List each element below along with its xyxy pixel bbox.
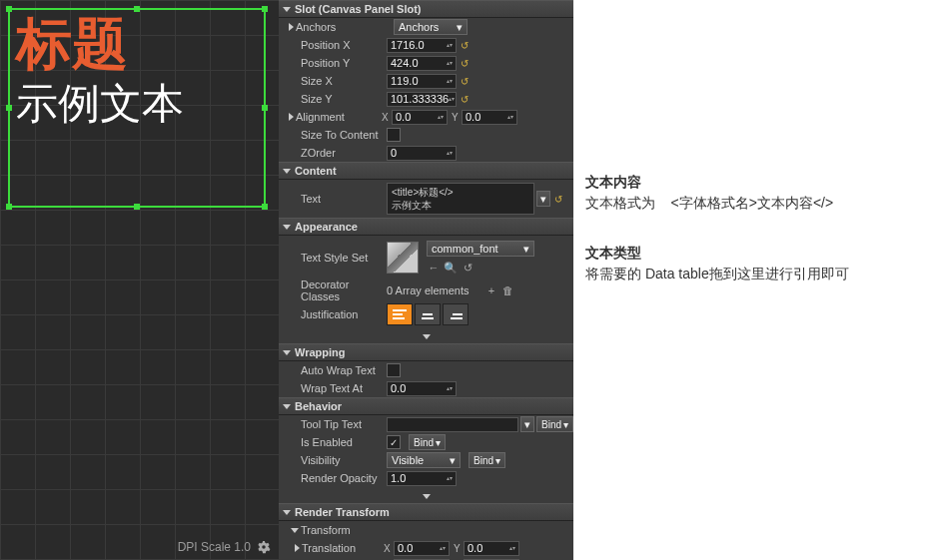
doc-heading-text-content: 文本内容 — [585, 174, 936, 192]
anchors-dropdown[interactable]: Anchors▾ — [394, 19, 468, 35]
justify-center-button[interactable] — [415, 303, 441, 325]
tooltip-input[interactable] — [387, 417, 518, 432]
tooltip-dropdown-icon[interactable]: ▾ — [520, 416, 534, 432]
translation-label: Translation — [302, 542, 382, 554]
text-style-set-label: Text Style Set — [289, 252, 385, 264]
category-wrapping[interactable]: Wrapping — [279, 343, 573, 361]
doc-paragraph: 文本格式为 <字体格式名>文本内容</> — [585, 195, 936, 213]
selected-widget-outline[interactable]: 标题 示例文本 — [8, 8, 266, 208]
resize-handle-bm[interactable] — [134, 204, 140, 210]
category-content[interactable]: Content — [279, 162, 573, 180]
render-opacity-label: Render Opacity — [289, 472, 385, 484]
anchors-label: Anchors — [296, 21, 392, 33]
alignment-label: Alignment — [296, 111, 380, 123]
is-enabled-label: Is Enabled — [289, 436, 385, 448]
justify-right-button[interactable] — [443, 303, 469, 325]
reset-icon[interactable]: ↺ — [459, 75, 471, 87]
resize-handle-tm[interactable] — [134, 6, 140, 12]
resize-handle-bl[interactable] — [6, 204, 12, 210]
bind-button[interactable]: Bind▾ — [409, 434, 446, 450]
position-x-spinner[interactable]: 1716.0▴▾ — [387, 38, 457, 53]
wrap-at-spinner[interactable]: 0.0▴▾ — [387, 381, 457, 396]
resize-handle-ml[interactable] — [6, 105, 12, 111]
resize-handle-tr[interactable] — [262, 6, 268, 12]
reset-icon[interactable]: ↺ — [552, 193, 564, 205]
size-x-label: Size X — [289, 75, 385, 87]
canvas-viewport[interactable]: 标题 示例文本 DPI Scale 1.0 — [0, 0, 279, 560]
add-element-icon[interactable]: + — [484, 283, 498, 297]
justification-selector — [387, 303, 469, 325]
render-opacity-spinner[interactable]: 1.0▴▾ — [387, 471, 457, 486]
is-enabled-checkbox[interactable]: ✓ — [387, 435, 401, 449]
zorder-spinner[interactable]: 0▴▾ — [387, 146, 457, 161]
auto-wrap-checkbox[interactable] — [387, 363, 401, 377]
category-appearance[interactable]: Appearance — [279, 218, 573, 236]
category-slot[interactable]: Slot (Canvas Panel Slot) — [279, 0, 573, 18]
doc-paragraph: 将需要的 Data table拖到这里进行引用即可 — [585, 266, 936, 283]
expand-advanced-icon[interactable] — [423, 334, 431, 339]
tooltip-label: Tool Tip Text — [289, 418, 385, 430]
translation-y-spinner[interactable]: 0.0▴▾ — [464, 541, 519, 556]
justification-label: Justification — [289, 308, 385, 320]
bind-button[interactable]: Bind▾ — [536, 416, 573, 432]
details-panel: Slot (Canvas Panel Slot) Anchors Anchors… — [279, 0, 573, 560]
preview-title-text: 标题 — [10, 10, 264, 77]
size-y-spinner[interactable]: 101.333336▴▾ — [387, 92, 457, 107]
reset-icon[interactable]: ↺ — [459, 93, 471, 105]
visibility-label: Visibility — [289, 454, 385, 466]
size-y-label: Size Y — [289, 93, 385, 105]
position-y-label: Position Y — [289, 57, 385, 69]
size-to-content-label: Size To Content — [289, 129, 385, 141]
preview-subtitle-text: 示例文本 — [10, 77, 264, 132]
translation-x-spinner[interactable]: 0.0▴▾ — [394, 541, 450, 556]
reset-icon[interactable]: ↺ — [459, 39, 471, 51]
visibility-dropdown[interactable]: Visible▾ — [387, 452, 461, 468]
use-selected-icon[interactable]: ← — [427, 261, 441, 275]
gear-icon[interactable] — [257, 540, 271, 554]
decorator-count: 0 Array elements — [387, 284, 482, 296]
zorder-label: ZOrder — [289, 147, 385, 159]
category-behavior[interactable]: Behavior — [279, 397, 573, 415]
size-to-content-checkbox[interactable] — [387, 128, 401, 142]
reset-icon[interactable]: ↺ — [459, 57, 471, 69]
expand-alignment-icon[interactable] — [289, 113, 294, 121]
expand-advanced-icon[interactable] — [423, 494, 431, 499]
text-input[interactable]: <title>标题</>示例文本 — [387, 183, 534, 215]
bind-button[interactable]: Bind▾ — [469, 452, 505, 468]
auto-wrap-label: Auto Wrap Text — [289, 364, 385, 376]
position-y-spinner[interactable]: 424.0▴▾ — [387, 56, 457, 71]
justify-left-button[interactable] — [387, 303, 413, 325]
clear-icon[interactable]: 🗑 — [500, 283, 514, 297]
expand-anchors-icon[interactable] — [289, 23, 294, 31]
alignment-y-spinner[interactable]: 0.0▴▾ — [462, 110, 517, 125]
decorator-classes-label: Decorator Classes — [289, 279, 385, 302]
position-x-label: Position X — [289, 39, 385, 51]
documentation-panel: 文本内容 文本格式为 <字体格式名>文本内容</> 文本类型 将需要的 Data… — [573, 0, 946, 560]
resize-handle-tl[interactable] — [6, 6, 12, 12]
browse-icon[interactable]: 🔍 — [444, 261, 458, 275]
expand-translation-icon[interactable] — [295, 544, 300, 552]
alignment-x-spinner[interactable]: 0.0▴▾ — [392, 110, 448, 125]
category-render-transform[interactable]: Render Transform — [279, 503, 573, 521]
dpi-scale-label: DPI Scale 1.0 — [178, 540, 271, 554]
text-label: Text — [289, 193, 385, 205]
transform-label: Transform — [301, 524, 385, 536]
expand-transform-icon[interactable] — [291, 528, 299, 533]
reset-icon[interactable]: ↺ — [461, 261, 474, 275]
wrap-at-label: Wrap Text At — [289, 382, 385, 394]
size-x-spinner[interactable]: 119.0▴▾ — [387, 74, 457, 89]
asset-thumbnail[interactable] — [387, 242, 419, 274]
text-style-set-dropdown[interactable]: common_font▾ — [427, 241, 534, 257]
doc-heading-text-type: 文本类型 — [585, 245, 936, 263]
text-dropdown-icon[interactable]: ▾ — [536, 191, 550, 207]
resize-handle-br[interactable] — [262, 204, 268, 210]
resize-handle-mr[interactable] — [262, 105, 268, 111]
